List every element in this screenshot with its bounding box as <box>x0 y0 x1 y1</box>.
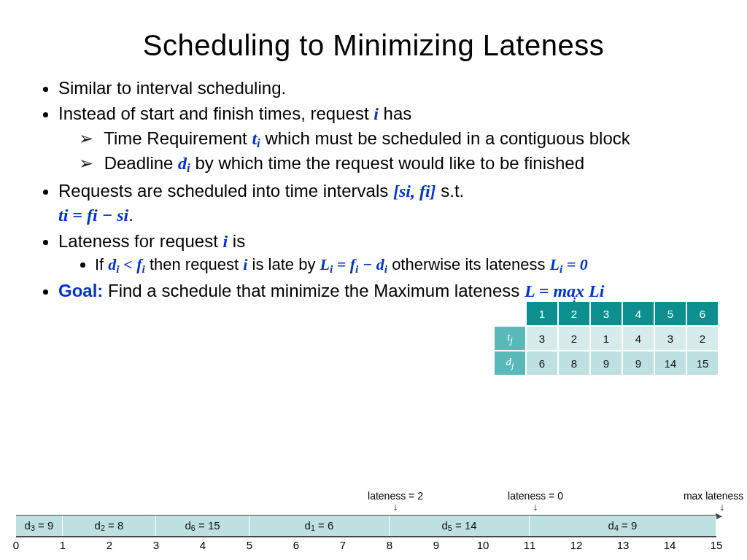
timeline-annotation: lateness = 0↓ <box>492 490 579 512</box>
table-row-tj: tj 3 2 1 4 3 2 <box>495 327 718 350</box>
interval: [si, fi] <box>393 182 436 201</box>
text: then request <box>145 255 244 273</box>
bullet-2: Instead of start and finish times, reque… <box>58 102 718 176</box>
timeline-bar: ▸ d3 = 9d2 = 8d6 = 15d1 = 6d5 = 14d4 = 9 <box>16 515 716 537</box>
blank-cell <box>495 302 525 325</box>
goal-label: Goal: <box>58 281 103 300</box>
bullet-4: Lateness for request i is If di < fi the… <box>58 230 718 276</box>
timeline-tick: 0 <box>13 539 19 551</box>
slide: Scheduling to Minimizing Lateness Simila… <box>0 29 747 560</box>
timeline-tick: 8 <box>387 539 392 551</box>
val: 0 <box>580 255 588 273</box>
row-label-tj: tj <box>495 327 525 350</box>
timeline-tick: 14 <box>664 539 676 551</box>
var: fi <box>136 255 145 273</box>
arrowhead-icon: ▸ <box>716 508 722 524</box>
bullet-5: Goal: Find a schedule that minimize the … <box>58 279 718 303</box>
slide-title: Scheduling to Minimizing Lateness <box>29 29 718 62</box>
cell: 2 <box>559 327 589 350</box>
op: = <box>562 255 580 273</box>
text: If <box>95 255 108 273</box>
col-header: 3 <box>591 302 622 325</box>
cell: 1 <box>591 327 622 350</box>
timeline-tick: 5 <box>247 539 252 551</box>
text: otherwise its lateness <box>387 255 550 273</box>
cell: 15 <box>687 351 718 375</box>
col-header: 6 <box>687 302 718 325</box>
timeline-tick: 1 <box>60 539 66 551</box>
text: by which time the request would like to … <box>190 153 584 173</box>
bullet-1: Similar to interval scheduling. <box>58 77 718 99</box>
eq: ti = fi − si <box>58 206 128 225</box>
col-header: 1 <box>527 302 557 325</box>
timeline-annotation: max lateness = 6↓ <box>678 490 747 512</box>
timeline-annotation: lateness = 2↓ <box>352 490 439 512</box>
timeline-tick: 7 <box>340 539 346 551</box>
text: is late by <box>247 255 320 273</box>
bullet-4a: If di < fi then request i is late by Li … <box>95 254 718 276</box>
cell: 9 <box>591 351 622 375</box>
table-header-row: 1 2 3 4 5 6 <box>495 302 718 325</box>
cell: 14 <box>655 351 686 375</box>
job-table: 1 2 3 4 5 6 tj 3 2 1 4 3 2 dj 6 8 9 9 14… <box>493 300 719 376</box>
col-header: 5 <box>655 302 686 325</box>
timeline-segment: d4 = 9 <box>530 516 716 536</box>
text: Time Requirement <box>104 128 252 148</box>
cell: 3 <box>655 327 686 350</box>
timeline: lateness = 2↓lateness = 0↓max lateness =… <box>15 490 732 553</box>
bullet-2a: Time Requirement ti which must be schedu… <box>79 127 718 152</box>
timeline-tick: 2 <box>107 539 112 551</box>
text: Lateness for request <box>58 231 222 251</box>
cell: 3 <box>527 327 557 350</box>
text: . <box>128 205 133 225</box>
sub-list-2: If di < fi then request i is late by Li … <box>79 254 718 276</box>
text: Instead of start and finish times, reque… <box>58 104 374 123</box>
sub-list: Time Requirement ti which must be schedu… <box>79 127 718 176</box>
var: fi <box>350 255 359 273</box>
cell: 6 <box>527 351 557 375</box>
col-header: 4 <box>623 302 654 325</box>
row-label-dj: dj <box>495 351 525 375</box>
cell: 4 <box>623 327 654 350</box>
text: is <box>228 231 245 251</box>
timeline-tick: 10 <box>477 539 489 551</box>
timeline-tick: 13 <box>617 539 630 551</box>
text: has <box>379 104 411 123</box>
var-ti: ti <box>252 129 260 148</box>
timeline-tick: 12 <box>570 539 583 551</box>
timeline-tick: 3 <box>153 539 159 551</box>
op: = <box>333 255 350 273</box>
timeline-segment: d1 = 6 <box>249 516 390 536</box>
timeline-tick: 9 <box>433 539 439 551</box>
text: which must be scheduled in a contiguous … <box>260 128 630 148</box>
text: Requests are scheduled into time interva… <box>58 181 393 201</box>
timeline-tick: 11 <box>524 539 536 551</box>
cell: 2 <box>687 327 718 350</box>
bullet-3: Requests are scheduled into time interva… <box>58 179 467 226</box>
timeline-segment: d5 = 14 <box>390 516 530 536</box>
bullet-list: Similar to interval scheduling. Instead … <box>42 77 718 303</box>
col-header: 2 <box>559 302 589 325</box>
timeline-segment: d6 = 15 <box>156 516 249 536</box>
timeline-tick: 4 <box>200 539 206 551</box>
timeline-segment: d2 = 8 <box>63 516 156 536</box>
timeline-tick: 6 <box>293 539 299 551</box>
table-row-dj: dj 6 8 9 9 14 15 <box>495 351 718 375</box>
op: − <box>358 255 376 273</box>
cell: 9 <box>623 351 654 375</box>
timeline-annotations: lateness = 2↓lateness = 0↓max lateness =… <box>15 490 732 515</box>
timeline-tick: 15 <box>711 539 723 551</box>
var: di <box>376 255 387 273</box>
cell: 8 <box>559 351 589 375</box>
eq: L = maxi Li <box>525 281 604 300</box>
timeline-segment: d3 = 9 <box>16 516 63 536</box>
text: Deadline <box>104 153 178 173</box>
var-di: di <box>178 154 190 173</box>
op: < <box>120 255 137 273</box>
timeline-axis: 0123456789101112131415 <box>16 537 734 553</box>
var-i: i <box>374 104 379 123</box>
var: Li <box>320 255 333 273</box>
bullet-2b: Deadline di by which time the request wo… <box>79 152 718 176</box>
text: Find a schedule that minimize the Maximu… <box>103 281 525 300</box>
text: s.t. <box>436 181 465 201</box>
